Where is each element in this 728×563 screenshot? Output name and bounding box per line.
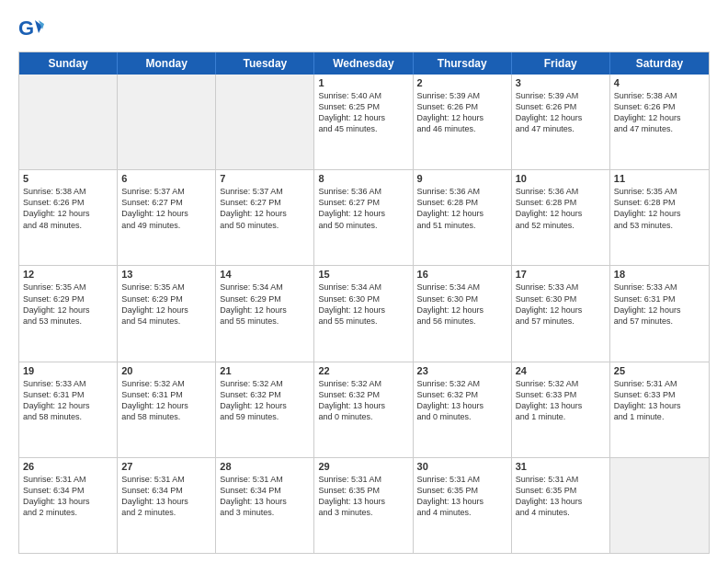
calendar-cell: 29Sunrise: 5:31 AM Sunset: 6:35 PM Dayli… [314,458,413,553]
calendar-cell: 18Sunrise: 5:33 AM Sunset: 6:31 PM Dayli… [610,266,709,361]
day-number: 15 [318,269,408,280]
day-info: Sunrise: 5:32 AM Sunset: 6:31 PM Dayligh… [121,378,211,423]
day-number: 8 [318,173,408,184]
calendar-cell [118,75,216,169]
calendar-cell: 20Sunrise: 5:32 AM Sunset: 6:31 PM Dayli… [118,362,216,457]
day-header-thursday: Thursday [414,52,512,75]
day-number: 17 [516,269,606,280]
day-info: Sunrise: 5:32 AM Sunset: 6:33 PM Dayligh… [516,378,606,423]
calendar-cell: 17Sunrise: 5:33 AM Sunset: 6:30 PM Dayli… [512,266,610,361]
day-number: 27 [121,461,211,472]
calendar-cell: 27Sunrise: 5:31 AM Sunset: 6:34 PM Dayli… [118,458,216,553]
day-info: Sunrise: 5:36 AM Sunset: 6:27 PM Dayligh… [318,186,408,231]
calendar-week-4: 19Sunrise: 5:33 AM Sunset: 6:31 PM Dayli… [19,362,709,458]
day-info: Sunrise: 5:35 AM Sunset: 6:28 PM Dayligh… [614,186,705,231]
calendar-week-2: 5Sunrise: 5:38 AM Sunset: 6:26 PM Daylig… [19,170,709,266]
day-number: 16 [417,269,507,280]
day-info: Sunrise: 5:36 AM Sunset: 6:28 PM Dayligh… [417,186,507,231]
day-header-monday: Monday [118,52,216,75]
calendar-cell: 6Sunrise: 5:37 AM Sunset: 6:27 PM Daylig… [118,170,216,265]
calendar-cell: 15Sunrise: 5:34 AM Sunset: 6:30 PM Dayli… [314,266,413,361]
day-info: Sunrise: 5:36 AM Sunset: 6:28 PM Dayligh… [516,186,606,231]
day-info: Sunrise: 5:31 AM Sunset: 6:35 PM Dayligh… [516,474,606,519]
calendar-header: SundayMondayTuesdayWednesdayThursdayFrid… [19,52,709,75]
day-info: Sunrise: 5:34 AM Sunset: 6:29 PM Dayligh… [220,282,310,327]
day-number: 7 [220,173,310,184]
day-info: Sunrise: 5:32 AM Sunset: 6:32 PM Dayligh… [318,378,408,423]
day-number: 21 [220,365,310,376]
day-number: 1 [318,77,408,88]
day-number: 4 [614,77,705,88]
calendar-cell: 12Sunrise: 5:35 AM Sunset: 6:29 PM Dayli… [19,266,118,361]
day-info: Sunrise: 5:32 AM Sunset: 6:32 PM Dayligh… [417,378,507,423]
day-header-wednesday: Wednesday [314,52,413,75]
calendar-cell: 19Sunrise: 5:33 AM Sunset: 6:31 PM Dayli… [19,362,118,457]
day-info: Sunrise: 5:31 AM Sunset: 6:35 PM Dayligh… [318,474,408,519]
day-header-tuesday: Tuesday [216,52,314,75]
day-number: 20 [121,365,211,376]
calendar-cell [216,75,314,169]
calendar-cell: 21Sunrise: 5:32 AM Sunset: 6:32 PM Dayli… [216,362,314,457]
day-number: 25 [614,365,705,376]
calendar-cell: 8Sunrise: 5:36 AM Sunset: 6:27 PM Daylig… [314,170,413,265]
day-info: Sunrise: 5:35 AM Sunset: 6:29 PM Dayligh… [23,282,113,327]
calendar-cell: 2Sunrise: 5:39 AM Sunset: 6:26 PM Daylig… [414,75,512,169]
day-info: Sunrise: 5:40 AM Sunset: 6:25 PM Dayligh… [318,90,408,135]
day-number: 26 [23,461,113,472]
calendar-cell: 24Sunrise: 5:32 AM Sunset: 6:33 PM Dayli… [512,362,610,457]
calendar-cell: 25Sunrise: 5:31 AM Sunset: 6:33 PM Dayli… [610,362,709,457]
page-header: G [18,17,710,42]
day-info: Sunrise: 5:31 AM Sunset: 6:35 PM Dayligh… [417,474,507,519]
day-info: Sunrise: 5:38 AM Sunset: 6:26 PM Dayligh… [23,186,113,231]
calendar-cell: 23Sunrise: 5:32 AM Sunset: 6:32 PM Dayli… [414,362,512,457]
day-number: 6 [121,173,211,184]
day-info: Sunrise: 5:31 AM Sunset: 6:33 PM Dayligh… [614,378,705,423]
calendar-cell [19,75,118,169]
day-number: 3 [516,77,606,88]
day-number: 22 [318,365,408,376]
day-info: Sunrise: 5:37 AM Sunset: 6:27 PM Dayligh… [121,186,211,231]
calendar-cell [610,458,709,553]
svg-text:G: G [18,17,34,40]
day-info: Sunrise: 5:31 AM Sunset: 6:34 PM Dayligh… [23,474,113,519]
day-info: Sunrise: 5:32 AM Sunset: 6:32 PM Dayligh… [220,378,310,423]
day-number: 18 [614,269,705,280]
day-number: 23 [417,365,507,376]
day-header-sunday: Sunday [19,52,118,75]
day-info: Sunrise: 5:31 AM Sunset: 6:34 PM Dayligh… [220,474,310,519]
calendar-cell: 7Sunrise: 5:37 AM Sunset: 6:27 PM Daylig… [216,170,314,265]
logo: G [18,17,48,42]
calendar: SundayMondayTuesdayWednesdayThursdayFrid… [18,52,710,554]
day-number: 2 [417,77,507,88]
day-info: Sunrise: 5:35 AM Sunset: 6:29 PM Dayligh… [121,282,211,327]
calendar-body: 1Sunrise: 5:40 AM Sunset: 6:25 PM Daylig… [19,75,709,553]
calendar-cell: 26Sunrise: 5:31 AM Sunset: 6:34 PM Dayli… [19,458,118,553]
calendar-cell: 9Sunrise: 5:36 AM Sunset: 6:28 PM Daylig… [414,170,512,265]
calendar-cell: 4Sunrise: 5:38 AM Sunset: 6:26 PM Daylig… [610,75,709,169]
calendar-cell: 31Sunrise: 5:31 AM Sunset: 6:35 PM Dayli… [512,458,610,553]
calendar-cell: 5Sunrise: 5:38 AM Sunset: 6:26 PM Daylig… [19,170,118,265]
calendar-cell: 1Sunrise: 5:40 AM Sunset: 6:25 PM Daylig… [314,75,413,169]
day-header-friday: Friday [512,52,610,75]
logo-icon: G [18,17,44,42]
day-number: 12 [23,269,113,280]
day-number: 24 [516,365,606,376]
day-number: 11 [614,173,705,184]
day-info: Sunrise: 5:37 AM Sunset: 6:27 PM Dayligh… [220,186,310,231]
day-info: Sunrise: 5:34 AM Sunset: 6:30 PM Dayligh… [417,282,507,327]
day-number: 19 [23,365,113,376]
day-info: Sunrise: 5:39 AM Sunset: 6:26 PM Dayligh… [516,90,606,135]
day-info: Sunrise: 5:33 AM Sunset: 6:30 PM Dayligh… [516,282,606,327]
calendar-cell: 11Sunrise: 5:35 AM Sunset: 6:28 PM Dayli… [610,170,709,265]
calendar-cell: 16Sunrise: 5:34 AM Sunset: 6:30 PM Dayli… [414,266,512,361]
day-number: 9 [417,173,507,184]
calendar-week-1: 1Sunrise: 5:40 AM Sunset: 6:25 PM Daylig… [19,75,709,170]
day-info: Sunrise: 5:33 AM Sunset: 6:31 PM Dayligh… [23,378,113,423]
day-number: 13 [121,269,211,280]
calendar-week-3: 12Sunrise: 5:35 AM Sunset: 6:29 PM Dayli… [19,266,709,362]
calendar-cell: 30Sunrise: 5:31 AM Sunset: 6:35 PM Dayli… [414,458,512,553]
day-number: 30 [417,461,507,472]
calendar-cell: 28Sunrise: 5:31 AM Sunset: 6:34 PM Dayli… [216,458,314,553]
calendar-cell: 14Sunrise: 5:34 AM Sunset: 6:29 PM Dayli… [216,266,314,361]
day-number: 31 [516,461,606,472]
